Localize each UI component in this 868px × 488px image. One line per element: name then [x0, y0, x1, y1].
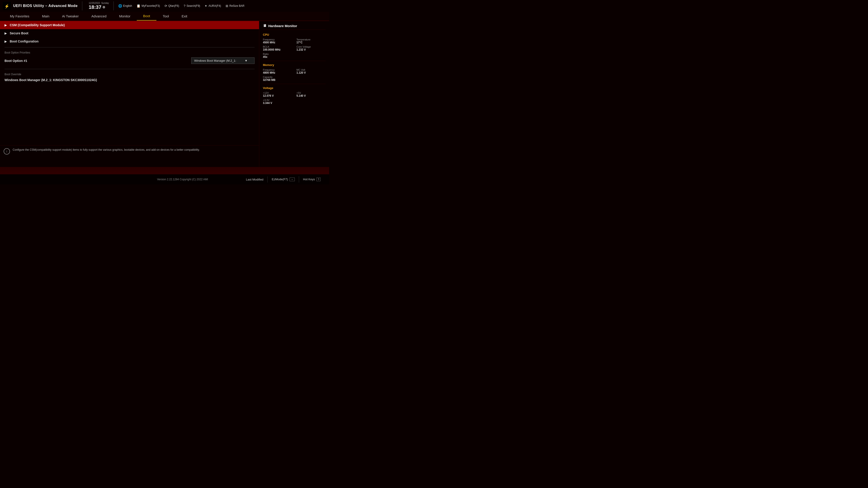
tool-search[interactable]: ? Search(F9): [184, 4, 200, 8]
footer-version: Version 2.22.1284 Copyright (C) 2022 AMI: [123, 178, 242, 181]
main-layout: ▶ CSM (Compatibility Support Module) ▶ S…: [0, 21, 329, 167]
boot-override-label: Boot Override: [0, 71, 259, 77]
boot-option-1-row: Boot Option #1 Windows Boot Manager (M.2…: [4, 56, 254, 65]
hw-cpu-section: CPU Frequency 4500 MHz Temperature 17°C …: [263, 33, 326, 59]
expand-arrow-3: ▶: [4, 39, 7, 43]
hw-mem-row-1: Frequency 4800 MHz MC Volt 1.120 V: [263, 68, 326, 74]
hw-cpu-ratio-value: 45x: [263, 55, 326, 59]
nav-main[interactable]: Main: [36, 12, 56, 20]
hw-mem-freq-col: Frequency 4800 MHz: [263, 68, 292, 74]
ezmode-button[interactable]: EzMode(F7) →: [268, 176, 299, 183]
hw-divider-2: [263, 84, 326, 84]
hw-volt-row-1: +12V 12.076 V +5V 5.140 V: [263, 92, 326, 97]
datetime-block: 12/25/2022 Sunday 18:37 ⚙: [89, 2, 109, 10]
monitor-icon: 🖥: [263, 24, 267, 28]
boot-override-item-1[interactable]: Windows Boot Manager (M.2_1: KINGSTON SK…: [0, 77, 259, 83]
hw-33v-label: +3.3V: [263, 99, 326, 101]
app-title: UEFI BIOS Utility – Advanced Mode: [13, 4, 78, 8]
nav-tool[interactable]: Tool: [156, 12, 176, 20]
hw-12v-value: 12.076 V: [263, 94, 292, 97]
header-top: ⚡ UEFI BIOS Utility – Advanced Mode 12/2…: [0, 0, 329, 12]
divider-1: [4, 47, 254, 47]
tool-qfan[interactable]: ⟳ Qfan(F6): [164, 4, 179, 8]
hw-cpu-row-2: BCLK 100.0000 MHz Core Voltage 1.232 V: [263, 45, 326, 51]
dropdown-arrow-icon: ▼: [245, 59, 248, 62]
logo: ⚡ UEFI BIOS Utility – Advanced Mode: [3, 2, 78, 10]
hw-cpu-ratio-col: Ratio 45x: [263, 53, 326, 59]
info-bar: i Configure the CSM(compatibility suppor…: [0, 145, 259, 157]
nav-my-favorites[interactable]: My Favorites: [4, 12, 36, 20]
hw-mem-row-2: Capacity 32768 MB: [263, 76, 326, 82]
boot-config-label: Boot Configuration: [10, 39, 39, 43]
info-icon: i: [4, 148, 10, 155]
footer-buttons: Last Modified EzMode(F7) → Hot Keys ?: [242, 176, 324, 183]
hotkeys-icon: ?: [316, 177, 320, 181]
hw-cpu-vcore-label: Core Voltage: [297, 45, 326, 48]
nav-advanced[interactable]: Advanced: [85, 12, 113, 20]
hw-5v-label: +5V: [297, 92, 326, 94]
fan-icon: ⟳: [164, 4, 167, 8]
nav-monitor[interactable]: Monitor: [113, 12, 137, 20]
content-area: ▶ CSM (Compatibility Support Module) ▶ S…: [0, 21, 259, 167]
hw-monitor-title: 🖥 Hardware Monitor: [263, 24, 326, 30]
hw-cpu-freq-value: 4500 MHz: [263, 41, 292, 44]
hardware-monitor-panel: 🖥 Hardware Monitor CPU Frequency 4500 MH…: [259, 21, 329, 167]
nav-ai-tweaker[interactable]: Ai Tweaker: [56, 12, 85, 20]
search-icon: ?: [184, 4, 186, 8]
hw-volt-row-2: +3.3V 3.344 V: [263, 99, 326, 105]
hw-5v-col: +5V 5.140 V: [297, 92, 326, 97]
footer: Version 2.22.1284 Copyright (C) 2022 AMI…: [0, 174, 329, 184]
hw-cpu-title: CPU: [263, 33, 326, 36]
secure-boot-label: Secure Boot: [10, 31, 28, 35]
expand-arrow: ▶: [4, 23, 7, 27]
hw-cpu-temp-label: Temperature: [297, 38, 326, 41]
hw-mem-volt-value: 1.120 V: [297, 71, 326, 74]
hw-memory-title: Memory: [263, 63, 326, 67]
favorites-icon: 📋: [136, 4, 141, 8]
hw-voltage-title: Voltage: [263, 86, 326, 90]
tool-myfavorite[interactable]: 📋 MyFavorite(F3): [136, 4, 160, 8]
hw-cpu-row-3: Ratio 45x: [263, 53, 326, 59]
hw-cpu-temp-value: 17°C: [297, 41, 326, 44]
hw-memory-section: Memory Frequency 4800 MHz MC Volt 1.120 …: [263, 63, 326, 82]
boot-priorities-label: Boot Option Priorities: [4, 51, 254, 54]
hotkeys-button[interactable]: Hot Keys ?: [299, 176, 325, 183]
boot-priorities-section: Boot Option Priorities Boot Option #1 Wi…: [0, 49, 259, 67]
hw-mem-cap-label: Capacity: [263, 76, 326, 78]
boot-option-1-label: Boot Option #1: [4, 59, 27, 63]
dropdown-value: Windows Boot Manager (M.2_1:: [194, 59, 236, 62]
nav-exit[interactable]: Exit: [175, 12, 193, 20]
header: ⚡ UEFI BIOS Utility – Advanced Mode 12/2…: [0, 0, 329, 21]
settings-icon[interactable]: ⚙: [102, 5, 105, 9]
tool-english[interactable]: 🌐 English: [118, 4, 132, 8]
hw-cpu-freq-label: Frequency: [263, 38, 292, 41]
info-text: Configure the CSM(compatibility support …: [13, 148, 200, 152]
expand-arrow-2: ▶: [4, 31, 7, 35]
hw-12v-label: +12V: [263, 92, 292, 94]
hw-cpu-vcore-col: Core Voltage 1.232 V: [297, 45, 326, 51]
nav-boot[interactable]: Boot: [137, 12, 156, 21]
hw-cpu-bclk-col: BCLK 100.0000 MHz: [263, 45, 292, 51]
hw-12v-col: +12V 12.076 V: [263, 92, 292, 97]
menu-item-boot-config[interactable]: ▶ Boot Configuration: [0, 37, 259, 45]
hw-cpu-bclk-value: 100.0000 MHz: [263, 48, 292, 51]
hw-33v-col: +3.3V 3.344 V: [263, 99, 326, 105]
ezmode-icon: →: [289, 177, 295, 181]
tool-aura[interactable]: ✦ AURA(F4): [205, 4, 221, 8]
header-tools: 🌐 English 📋 MyFavorite(F3) ⟳ Qfan(F6) ? …: [118, 4, 245, 8]
hw-cpu-bclk-label: BCLK: [263, 45, 292, 48]
nav-bar: My Favorites Main Ai Tweaker Advanced Mo…: [0, 12, 329, 21]
menu-item-secure-boot[interactable]: ▶ Secure Boot: [0, 29, 259, 37]
boot-option-1-dropdown[interactable]: Windows Boot Manager (M.2_1: ▼: [191, 57, 254, 64]
last-modified-button[interactable]: Last Modified: [242, 176, 268, 183]
menu-item-csm[interactable]: ▶ CSM (Compatibility Support Module): [0, 21, 259, 29]
hw-cpu-row-1: Frequency 4500 MHz Temperature 17°C: [263, 38, 326, 44]
hw-cpu-ratio-label: Ratio: [263, 53, 326, 55]
aura-icon: ✦: [205, 4, 207, 8]
hw-5v-value: 5.140 V: [297, 94, 326, 97]
hw-mem-volt-col: MC Volt 1.120 V: [297, 68, 326, 74]
resize-icon: ⊞: [225, 4, 228, 8]
hw-mem-freq-label: Frequency: [263, 68, 292, 71]
tool-resize-bar[interactable]: ⊞ ReSize BAR: [225, 4, 245, 8]
hw-cpu-freq-col: Frequency 4500 MHz: [263, 38, 292, 44]
